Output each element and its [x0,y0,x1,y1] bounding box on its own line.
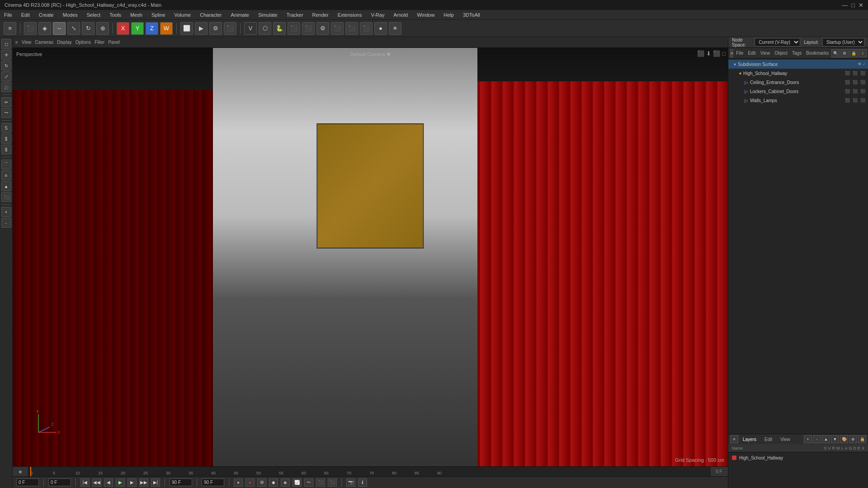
tool-model[interactable]: ⬛ [24,22,37,35]
vt-options[interactable]: Options [75,40,91,45]
lt-terrain[interactable]: ▲ [1,181,11,191]
layers-add[interactable]: + [804,435,812,443]
tool-texture[interactable]: ◈ [38,22,51,35]
maximize-btn[interactable]: □ [851,2,855,9]
tree-item-subdivision[interactable]: ▾ Subdivision Surface 👁 ✓ [728,60,868,69]
tree-check-2[interactable]: ⬛ [852,71,859,75]
tool-menu[interactable]: ≡ [4,22,16,35]
tool-python[interactable]: 🐍 [273,22,286,35]
lt-brush[interactable]: ⬛ [1,192,11,202]
tree-check-icon[interactable]: ✓ [863,62,866,66]
lt-layer[interactable]: ≡ [1,170,11,180]
tree-item-ceiling[interactable]: ▷ Ceiling_Entrance_Doors ⬛ ⬛ ⬛ [728,78,868,87]
vt-cameras[interactable]: Cameras [35,40,53,45]
vt-panel[interactable]: Panel [108,40,120,45]
lt-sub[interactable]: - [1,218,11,228]
transport-auto[interactable]: ⚙ [257,479,266,487]
menu-arnold[interactable]: Arnold [392,11,410,19]
tree-vis-icon[interactable]: 👁 [858,62,862,66]
transport-curves[interactable]: 〜 [304,479,313,487]
lt-s3[interactable]: $ [1,145,11,155]
menu-edit[interactable]: Edit [19,11,32,19]
menu-help[interactable]: Help [442,11,456,19]
transport-next[interactable]: ▶ [127,479,137,487]
ob-view[interactable]: View [759,50,772,56]
menu-simulate[interactable]: Simulate [256,11,279,19]
transport-end[interactable]: ▶| [151,479,160,487]
ob-obj[interactable]: Object [773,50,789,56]
menu-animate[interactable]: Animate [229,11,251,19]
transport-next-key[interactable]: ▶▶ [139,479,148,487]
menu-render[interactable]: Render [311,11,330,19]
tree-more-4[interactable]: ⬛ [859,89,866,94]
tool-vray-1[interactable]: V [244,22,257,35]
tool-render-all[interactable]: ⬛ [224,22,236,35]
layers-lock[interactable]: 🔒 [858,435,866,443]
tree-vis-3[interactable]: ⬛ [844,80,851,84]
ob-file[interactable]: File [734,50,745,56]
menu-modes[interactable]: Modes [61,11,80,19]
timeline-keyframe-btn[interactable]: ◆ [13,467,28,476]
layers-color[interactable]: 🎨 [840,435,848,443]
tree-vis-2[interactable]: ⬛ [844,71,851,75]
ob-info[interactable]: i [859,49,867,57]
transport-key[interactable]: ◆ [269,479,278,487]
tree-item-walls[interactable]: ▷ Walls_Lamps ⬛ ⬛ ⬛ [728,96,868,105]
tree-check-3[interactable]: ⬛ [852,80,859,84]
layers-menu[interactable]: ≡ [730,435,738,443]
layer-row-highschool[interactable]: High_School_Hallway [728,453,868,462]
minimize-btn[interactable]: — [842,2,848,9]
vt-view[interactable]: View [22,40,32,45]
transport-keysel[interactable]: ◈ [281,479,290,487]
tool-10[interactable]: ⬛ [360,22,373,35]
lt-bend[interactable]: ⌒ [1,160,11,169]
frame-end-input[interactable] [170,479,192,486]
tool-render-region[interactable]: ⬜ [180,22,193,35]
ob-lock[interactable]: 🔒 [849,49,858,57]
tool-9[interactable]: ⬛ [345,22,358,35]
tool-move[interactable]: ↔ [53,22,66,35]
tool-x-axis[interactable]: X [117,22,129,35]
vp-icon-1[interactable]: ⬛ [697,50,704,57]
tree-more-2[interactable]: ⬛ [859,71,866,75]
tool-y-axis[interactable]: Y [131,22,144,35]
transport-begin[interactable]: |◀ [80,479,90,487]
vp-icon-4[interactable]: □ [722,50,726,57]
vt-filter[interactable]: Filter [94,40,104,45]
tool-vray-2[interactable]: ⬡ [259,22,271,35]
tool-rotate[interactable]: ↻ [82,22,94,35]
tree-more-3[interactable]: ⬛ [859,80,866,84]
transport-prev[interactable]: ◀ [104,479,113,487]
transport-timeline[interactable]: 📈 [292,479,302,487]
tool-transform[interactable]: ⊕ [96,22,109,35]
menu-mesh[interactable]: Mesh [128,11,144,19]
transport-prev-key[interactable]: ◀◀ [92,479,101,487]
menu-window[interactable]: Window [415,11,436,19]
transport-more1[interactable]: ⬛ [316,479,325,487]
transport-record-off[interactable]: ● [234,479,243,487]
lt-spline[interactable]: 〜 [1,108,11,118]
lt-scale[interactable]: ⤢ [1,71,11,81]
vt-display[interactable]: Display [57,40,72,45]
vp-icon-3[interactable]: ⬛ [713,50,720,57]
menu-tracker[interactable]: Tracker [285,11,305,19]
lt-rotate[interactable]: ↻ [1,61,11,70]
tool-world[interactable]: W [160,22,173,35]
lt-select[interactable]: ◻ [1,39,11,49]
menu-select[interactable]: Select [85,11,103,19]
menu-create[interactable]: Create [37,11,56,19]
node-space-select[interactable]: Current (V-Ray) [755,38,800,47]
tool-6[interactable]: ⬛ [302,22,315,35]
tree-vis-5[interactable]: ⬛ [844,98,851,103]
menu-extensions[interactable]: Extensions [336,11,364,19]
lt-s1[interactable]: S [1,123,11,133]
lt-move[interactable]: ✛ [1,50,11,60]
lt-pen[interactable]: ✏ [1,97,11,107]
layout-select[interactable]: Startup (User) [822,38,864,47]
menu-spline[interactable]: Spline [150,11,167,19]
layers-solo[interactable]: ⊕ [849,435,857,443]
menu-tools[interactable]: Tools [108,11,123,19]
transport-record[interactable]: ● [245,479,255,487]
menu-3dtoall[interactable]: 3DToAll [461,11,482,19]
layers-down[interactable]: ▼ [831,435,839,443]
